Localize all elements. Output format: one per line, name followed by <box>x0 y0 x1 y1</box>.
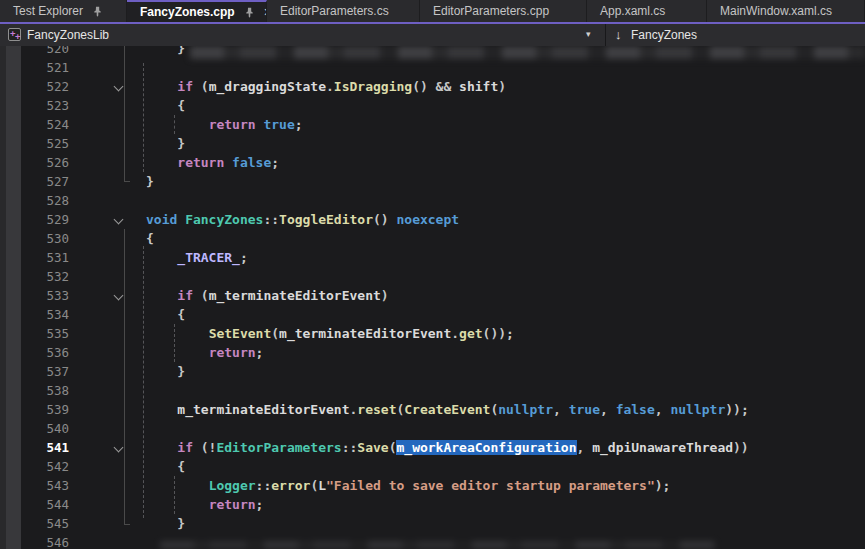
document-tab[interactable]: MainWindow.xaml.cs <box>707 0 865 22</box>
fold-margin <box>72 476 146 495</box>
code-text[interactable]: } <box>146 362 185 381</box>
fold-collapse-icon[interactable] <box>113 443 124 452</box>
fold-scope-line <box>124 229 125 524</box>
document-tab[interactable]: App.xaml.cs <box>587 0 707 22</box>
code-text[interactable]: } <box>146 514 185 533</box>
code-text[interactable]: return false; <box>146 153 279 172</box>
code-text[interactable]: { <box>146 96 185 115</box>
line-number[interactable]: 531 <box>0 248 72 267</box>
code-text[interactable]: return; <box>146 495 263 514</box>
fold-scope-end <box>124 524 130 525</box>
line-number[interactable]: 542 <box>0 457 72 476</box>
code-line: 535 SetEvent(m_terminateEditorEvent.get(… <box>0 324 865 343</box>
code-text[interactable]: { <box>146 305 185 324</box>
line-number[interactable]: 526 <box>0 153 72 172</box>
code-line: 521 <box>0 58 865 77</box>
code-text[interactable]: } <box>146 46 185 58</box>
code-line: 533 if (m_terminateEditorEvent) <box>0 286 865 305</box>
indent-guide <box>143 63 144 172</box>
pin-icon[interactable] <box>92 6 103 17</box>
code-text[interactable]: if (m_draggingState.IsDragging() && shif… <box>146 77 506 96</box>
line-number[interactable]: 520 <box>0 46 72 58</box>
down-arrow-icon: ↓ <box>615 27 622 42</box>
line-number[interactable]: 537 <box>0 362 72 381</box>
line-number[interactable]: 533 <box>0 286 72 305</box>
fold-margin <box>72 191 146 210</box>
line-number[interactable]: 544 <box>0 495 72 514</box>
line-number[interactable]: 524 <box>0 115 72 134</box>
fold-margin <box>72 267 146 286</box>
fold-margin <box>72 305 146 324</box>
document-tab[interactable]: EditorParameters.cs <box>267 0 420 22</box>
code-text[interactable]: void FancyZones::ToggleEditor() noexcept <box>146 210 459 229</box>
code-text[interactable]: return true; <box>146 115 303 134</box>
line-number[interactable]: 529 <box>0 210 72 229</box>
fold-collapse-icon[interactable] <box>113 291 124 300</box>
line-number[interactable]: 536 <box>0 343 72 362</box>
visual-studio-editor-window: Test Explorer FancyZones.cpp × EditorPar… <box>0 0 865 549</box>
document-tab[interactable]: EditorParameters.cpp <box>420 0 587 22</box>
code-text[interactable]: m_terminateEditorEvent.reset(CreateEvent… <box>146 400 749 419</box>
project-scope-dropdown[interactable]: FancyZonesLib <box>27 28 109 42</box>
line-number[interactable]: 535 <box>0 324 72 343</box>
line-number[interactable]: 525 <box>0 134 72 153</box>
fold-collapse-icon[interactable] <box>113 82 124 91</box>
indent-guide <box>174 115 175 134</box>
fold-margin <box>72 514 146 533</box>
tab-label: EditorParameters.cs <box>280 4 389 18</box>
indent-guide <box>174 324 175 362</box>
line-number[interactable]: 522 <box>0 77 72 96</box>
line-number[interactable]: 521 <box>0 58 72 77</box>
line-number[interactable]: 523 <box>0 96 72 115</box>
line-number[interactable]: 527 <box>0 172 72 191</box>
line-number[interactable]: 534 <box>0 305 72 324</box>
code-rows: 520 } 521 522 if (m_draggingState.IsDrag… <box>0 46 865 549</box>
member-dropdown[interactable]: FancyZones <box>631 28 697 42</box>
pin-icon[interactable] <box>244 7 255 18</box>
code-text[interactable]: { <box>146 457 185 476</box>
line-number[interactable]: 541 <box>0 438 72 457</box>
code-editor[interactable]: 520 } 521 522 if (m_draggingState.IsDrag… <box>0 46 865 549</box>
line-number[interactable]: 538 <box>0 381 72 400</box>
fold-margin <box>72 286 146 305</box>
code-line: 536 return; <box>0 343 865 362</box>
line-number[interactable]: 539 <box>0 400 72 419</box>
tab-label: EditorParameters.cpp <box>433 4 549 18</box>
document-tab[interactable]: FancyZones.cpp × <box>127 0 267 22</box>
fold-margin <box>72 115 146 134</box>
document-tab[interactable]: Test Explorer <box>0 0 127 22</box>
line-number[interactable]: 532 <box>0 267 72 286</box>
code-line: 530 { <box>0 229 865 248</box>
fold-margin <box>72 46 146 58</box>
code-text[interactable]: return; <box>146 343 263 362</box>
code-line: 537 } <box>0 362 865 381</box>
fold-margin <box>72 457 146 476</box>
line-number[interactable]: 540 <box>0 419 72 438</box>
highlighted-identifier: m_workAreaConfiguration <box>396 440 576 455</box>
code-line: 522 if (m_draggingState.IsDragging() && … <box>0 77 865 96</box>
code-text[interactable]: } <box>146 134 185 153</box>
code-text[interactable]: if (m_terminateEditorEvent) <box>146 286 389 305</box>
fold-margin <box>72 533 146 549</box>
redacted-code-bottom <box>160 541 715 549</box>
code-text[interactable]: Logger::error(L"Failed to save editor st… <box>146 476 670 495</box>
code-line: 529 void FancyZones::ToggleEditor() noex… <box>0 210 865 229</box>
navigation-bar: + + FancyZonesLib ▾ ↓ FancyZones <box>0 24 865 47</box>
code-text[interactable]: { <box>146 229 154 248</box>
line-number[interactable]: 530 <box>0 229 72 248</box>
navbar-separator <box>605 24 606 46</box>
line-number[interactable]: 545 <box>0 514 72 533</box>
chevron-down-icon[interactable]: ▾ <box>586 29 591 39</box>
fold-margin <box>72 343 146 362</box>
fold-collapse-icon[interactable] <box>113 215 124 224</box>
line-number[interactable]: 543 <box>0 476 72 495</box>
line-number[interactable]: 546 <box>0 533 72 549</box>
code-line: 526 return false; <box>0 153 865 172</box>
code-text[interactable]: _TRACER_; <box>146 248 248 267</box>
code-text[interactable]: SetEvent(m_terminateEditorEvent.get()); <box>146 324 514 343</box>
indent-guide <box>174 476 175 514</box>
code-text[interactable]: } <box>146 172 154 191</box>
code-text[interactable]: if (!EditorParameters::Save(m_workAreaCo… <box>146 438 749 457</box>
code-line: 538 <box>0 381 865 400</box>
line-number[interactable]: 528 <box>0 191 72 210</box>
